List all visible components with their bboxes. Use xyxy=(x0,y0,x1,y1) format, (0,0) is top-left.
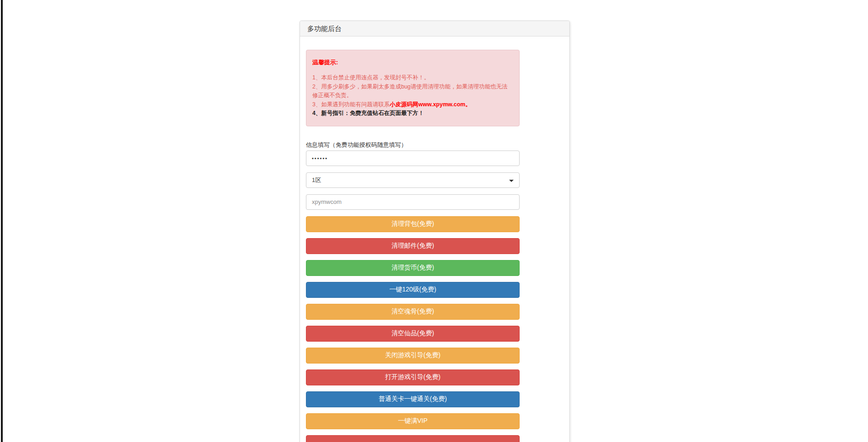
clear-immortal-item-button[interactable]: 清空仙品(免费) xyxy=(306,326,520,342)
notice-line-3-suffix: 。 xyxy=(465,101,471,108)
account-value: xpymwcom xyxy=(312,198,342,205)
region-select-value: 1区 xyxy=(312,176,321,184)
chevron-down-icon xyxy=(509,180,514,182)
notice-alert: 温馨提示: 1、本后台禁止使用连点器，发现封号不补！。 2、用多少刷多少，如果刷… xyxy=(306,50,520,126)
clean-mail-button[interactable]: 清理邮件(免费) xyxy=(306,238,520,254)
notice-line-3: 3、如果遇到功能有问题请联系小皮源码网www.xpymw.com。 xyxy=(312,100,513,109)
page-title: 多功能后台 xyxy=(307,25,342,32)
notice-line-3-text: 3、如果遇到功能有问题请联系 xyxy=(312,101,389,108)
open-game-guide-button[interactable]: 打开游戏引导(免费) xyxy=(306,369,520,385)
notice-line-1: 1、本后台禁止使用连点器，发现封号不补！。 xyxy=(312,73,513,83)
panel-body: 温馨提示: 1、本后台禁止使用连点器，发现封号不补！。 2、用多少刷多少，如果刷… xyxy=(300,36,569,442)
one-click-max-vip-button[interactable]: 一键满VIP xyxy=(306,413,520,429)
auth-code-value: •••••• xyxy=(312,156,328,161)
admin-panel: 多功能后台 温馨提示: 1、本后台禁止使用连点器，发现封号不补！。 2、用多少刷… xyxy=(300,21,570,442)
account-input[interactable]: xpymwcom xyxy=(306,194,520,210)
notice-line-4: 4、新号指引：免费充值钻石在页面最下方！ xyxy=(312,109,513,118)
contact-site-link[interactable]: 小皮源码网www.xpymw.com xyxy=(389,101,465,108)
normal-stage-one-click-clear-button[interactable]: 普通关卡一键通关(免费) xyxy=(306,391,520,407)
auth-code-input[interactable]: •••••• xyxy=(306,151,520,166)
clean-backpack-button[interactable]: 清理背包(免费) xyxy=(306,216,520,232)
notice-title: 温馨提示: xyxy=(312,58,513,67)
notice-line-2: 2、用多少刷多少，如果刷太多造成bug请使用清理功能，如果清理功能也无法修正概不… xyxy=(312,83,513,100)
close-game-guide-button[interactable]: 关闭游戏引导(免费) xyxy=(306,348,520,364)
form-section-label: 信息填写（免费功能授权码随意填写） xyxy=(306,141,520,148)
clipped-bottom-button[interactable] xyxy=(306,435,520,442)
content-column: 温馨提示: 1、本后台禁止使用连点器，发现封号不补！。 2、用多少刷多少，如果刷… xyxy=(306,50,520,442)
panel-header: 多功能后台 xyxy=(300,21,569,36)
clean-currency-button[interactable]: 清理货币(免费) xyxy=(306,260,520,276)
one-click-level120-button[interactable]: 一键120级(免费) xyxy=(306,282,520,298)
window-left-edge xyxy=(1,0,3,442)
region-select[interactable]: 1区 xyxy=(306,172,520,188)
clear-soul-bone-button[interactable]: 清空魂骨(免费) xyxy=(306,304,520,320)
